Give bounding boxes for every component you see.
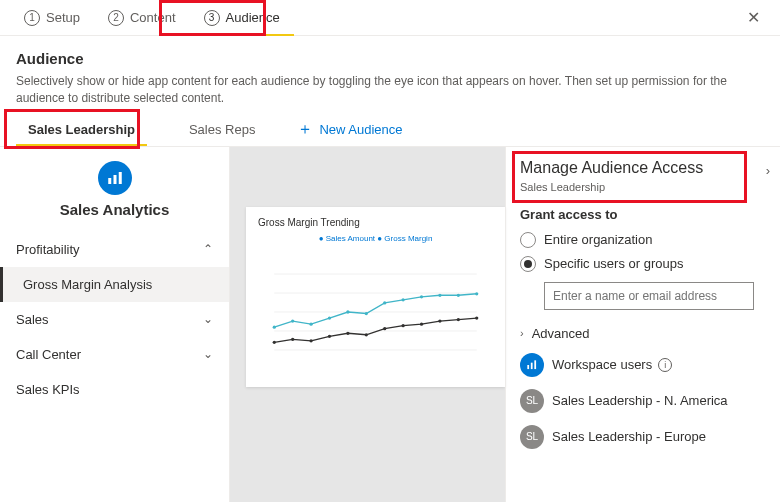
chart-title: Gross Margin Trending	[258, 217, 493, 228]
bar-chart-icon	[106, 169, 124, 187]
access-row-group[interactable]: SL Sales Leadership - N. America	[520, 383, 766, 419]
app-brand: Sales Analytics	[0, 157, 229, 232]
chevron-down-icon: ⌄	[203, 312, 213, 326]
panel-subtitle: Sales Leadership	[520, 181, 752, 193]
people-picker-input[interactable]	[544, 282, 754, 310]
new-audience-label: New Audience	[319, 122, 402, 137]
close-icon: ✕	[747, 9, 760, 26]
svg-point-27	[401, 324, 404, 327]
svg-point-12	[346, 310, 349, 313]
app-icon	[98, 161, 132, 195]
svg-rect-0	[108, 178, 111, 184]
chevron-up-icon: ⌃	[203, 242, 213, 256]
svg-point-8	[273, 325, 276, 328]
svg-point-23	[328, 334, 331, 337]
step-number-icon: 1	[24, 10, 40, 26]
radio-icon	[520, 232, 536, 248]
svg-point-28	[420, 322, 423, 325]
info-icon[interactable]: i	[658, 358, 672, 372]
audience-tab-sales-leadership[interactable]: Sales Leadership	[16, 112, 147, 146]
svg-point-29	[438, 319, 441, 322]
nav-section-profitability[interactable]: Profitability ⌃	[0, 232, 229, 267]
radio-icon	[520, 256, 536, 272]
wizard-tab-label: Content	[130, 10, 176, 25]
page-description: Selectively show or hide app content for…	[16, 73, 764, 107]
panel-header[interactable]: Manage Audience Access Sales Leadership …	[520, 159, 766, 193]
svg-point-16	[420, 295, 423, 298]
chevron-right-icon: ›	[520, 327, 524, 339]
wizard-tabs: 1 Setup 2 Content 3 Audience ✕	[0, 0, 780, 36]
svg-rect-33	[531, 362, 533, 368]
wizard-tab-audience[interactable]: 3 Audience	[190, 0, 294, 36]
access-row-workspace-users[interactable]: Workspace users i	[520, 347, 766, 383]
wizard-tab-label: Setup	[46, 10, 80, 25]
wizard-tab-label: Audience	[226, 10, 280, 25]
close-button[interactable]: ✕	[737, 2, 770, 33]
avatar-initials: SL	[520, 389, 544, 413]
audience-tab-label: Sales Leadership	[28, 122, 135, 137]
access-row-label: Sales Leadership - Europe	[552, 429, 706, 444]
step-number-icon: 2	[108, 10, 124, 26]
advanced-label: Advanced	[532, 326, 590, 341]
radio-label: Specific users or groups	[544, 256, 683, 271]
content-tree: Sales Analytics Profitability ⌃ Gross Ma…	[0, 147, 230, 502]
svg-point-17	[438, 293, 441, 296]
group-icon	[520, 353, 544, 377]
svg-point-21	[291, 337, 294, 340]
grant-access-label: Grant access to	[520, 207, 766, 222]
audience-tab-sales-reps[interactable]: Sales Reps	[177, 112, 267, 146]
svg-point-15	[401, 298, 404, 301]
plus-icon: ＋	[297, 119, 313, 140]
wizard-tab-content[interactable]: 2 Content	[94, 0, 190, 36]
svg-rect-1	[113, 175, 116, 184]
svg-point-22	[309, 339, 312, 342]
nav-section-sales-kpis[interactable]: Sales KPIs	[0, 372, 229, 407]
svg-point-13	[365, 311, 368, 314]
step-number-icon: 3	[204, 10, 220, 26]
svg-point-9	[291, 319, 294, 322]
svg-point-19	[475, 292, 478, 295]
panel-title: Manage Audience Access	[520, 159, 752, 177]
chart-card: Gross Margin Trending ● Sales Amount ● G…	[246, 207, 505, 387]
chart-legend: ● Sales Amount ● Gross Margin	[258, 234, 493, 243]
nav-item-gross-margin[interactable]: Gross Margin Analysis	[0, 267, 229, 302]
advanced-toggle[interactable]: › Advanced	[520, 320, 766, 347]
nav-section-label: Sales KPIs	[16, 382, 80, 397]
radio-label: Entire organization	[544, 232, 652, 247]
audience-access-panel: Manage Audience Access Sales Leadership …	[505, 147, 780, 502]
svg-point-18	[457, 293, 460, 296]
svg-rect-2	[118, 172, 121, 184]
access-row-label: Sales Leadership - N. America	[552, 393, 728, 408]
app-title: Sales Analytics	[0, 201, 229, 218]
line-chart	[258, 247, 493, 377]
svg-point-10	[309, 322, 312, 325]
nav-section-call-center[interactable]: Call Center ⌄	[0, 337, 229, 372]
nav-section-label: Sales	[16, 312, 49, 327]
radio-entire-org[interactable]: Entire organization	[520, 228, 766, 252]
audience-tabs: Sales Leadership Sales Reps ＋ New Audien…	[0, 113, 780, 147]
svg-point-24	[346, 331, 349, 334]
new-audience-button[interactable]: ＋ New Audience	[297, 119, 402, 140]
page-title: Audience	[16, 50, 764, 67]
svg-point-14	[383, 301, 386, 304]
svg-point-25	[365, 333, 368, 336]
avatar-initials: SL	[520, 425, 544, 449]
svg-point-11	[328, 316, 331, 319]
svg-point-26	[383, 327, 386, 330]
radio-specific-users[interactable]: Specific users or groups	[520, 252, 766, 276]
nav-section-sales[interactable]: Sales ⌄	[0, 302, 229, 337]
svg-point-20	[273, 340, 276, 343]
nav-section-label: Profitability	[16, 242, 80, 257]
main-body: Sales Analytics Profitability ⌃ Gross Ma…	[0, 147, 780, 502]
audience-tab-label: Sales Reps	[189, 122, 255, 137]
wizard-tab-setup[interactable]: 1 Setup	[10, 0, 94, 36]
access-row-group[interactable]: SL Sales Leadership - Europe	[520, 419, 766, 455]
svg-rect-34	[534, 360, 536, 369]
chevron-right-icon: ›	[766, 163, 770, 178]
report-preview: Gross Margin Trending ● Sales Amount ● G…	[230, 147, 505, 502]
svg-rect-32	[527, 365, 529, 369]
svg-point-30	[457, 318, 460, 321]
page-header: Audience Selectively show or hide app co…	[0, 36, 780, 113]
nav-item-label: Gross Margin Analysis	[23, 277, 152, 292]
chevron-down-icon: ⌄	[203, 347, 213, 361]
